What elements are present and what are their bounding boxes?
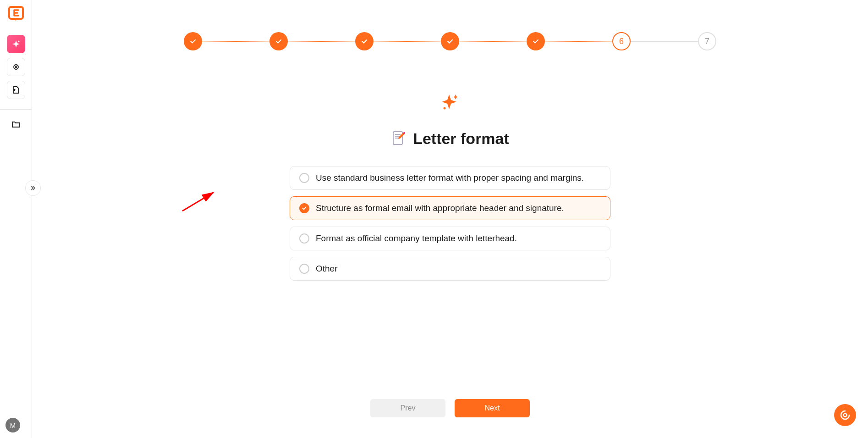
option-formal-email[interactable]: Structure as formal email with appropria…: [290, 196, 610, 220]
option-label: Structure as formal email with appropria…: [316, 203, 564, 213]
step-line: [631, 41, 698, 42]
step-line: [374, 41, 441, 42]
page-title: Letter format: [413, 130, 509, 148]
nav-sparkle[interactable]: [7, 35, 25, 53]
radio-unchecked: [299, 173, 309, 183]
nav-divider: [0, 109, 32, 110]
step-4[interactable]: [441, 32, 459, 50]
document-icon: [391, 130, 407, 148]
nav-file[interactable]: [7, 81, 25, 99]
option-label: Other: [316, 264, 338, 274]
radio-unchecked: [299, 264, 309, 274]
step-2[interactable]: [269, 32, 288, 50]
radio-checked: [299, 203, 309, 213]
svg-point-3: [15, 66, 17, 68]
app-logo[interactable]: [8, 6, 24, 22]
step-5[interactable]: [527, 32, 545, 50]
svg-point-12: [844, 414, 847, 417]
sparkle-icon: [440, 92, 460, 114]
svg-point-1: [18, 41, 19, 42]
option-standard-business[interactable]: Use standard business letter format with…: [290, 166, 610, 190]
sidebar: M: [0, 0, 32, 438]
nav-settings[interactable]: [7, 58, 25, 76]
option-company-template[interactable]: Format as official company template with…: [290, 227, 610, 250]
option-other[interactable]: Other: [290, 257, 610, 281]
step-label: 7: [705, 37, 709, 46]
avatar-initial: M: [10, 421, 16, 429]
content-header: Letter format: [391, 92, 509, 148]
nav-folder[interactable]: [7, 115, 25, 133]
step-line: [288, 41, 355, 42]
expand-sidebar-button[interactable]: [25, 180, 41, 196]
user-avatar[interactable]: M: [5, 418, 20, 432]
step-line: [545, 41, 612, 42]
options-list: Use standard business letter format with…: [290, 166, 610, 281]
svg-point-4: [443, 107, 445, 110]
main-content: 6 7 Let: [32, 0, 868, 438]
svg-point-9: [403, 132, 405, 134]
option-label: Use standard business letter format with…: [316, 173, 584, 183]
svg-point-2: [14, 65, 18, 69]
step-label: 6: [619, 37, 624, 46]
step-1[interactable]: [184, 32, 202, 50]
navigation-buttons: Prev Next: [370, 399, 530, 417]
step-line: [202, 41, 269, 42]
radio-unchecked: [299, 233, 309, 244]
prev-button[interactable]: Prev: [370, 399, 445, 417]
next-button[interactable]: Next: [455, 399, 530, 417]
step-6[interactable]: 6: [612, 32, 631, 50]
progress-stepper: 6 7: [184, 32, 716, 50]
step-3[interactable]: [355, 32, 374, 50]
title-row: Letter format: [391, 130, 509, 148]
step-7[interactable]: 7: [698, 32, 716, 50]
step-line: [459, 41, 527, 42]
option-label: Format as official company template with…: [316, 233, 517, 244]
help-button[interactable]: [834, 404, 856, 426]
